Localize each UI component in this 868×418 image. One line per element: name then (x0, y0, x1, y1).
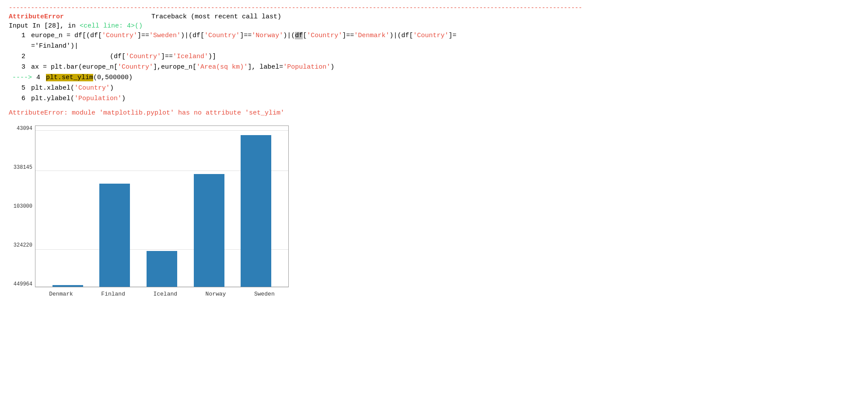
line-num-2: 2 (12, 52, 25, 62)
code-text: europe_n = df[(df[ (31, 32, 102, 39)
bars-area (35, 126, 288, 287)
y-axis-labels: 449964 324220 103000 338145 43094 (9, 125, 34, 287)
cell-ref: <cell line: 4>() (80, 22, 143, 30)
y-label-min: 43094 (17, 125, 32, 132)
error-divider: ----------------------------------------… (9, 4, 859, 11)
code-line-4: ----> 4 plt.set_ylim(0,500000) (12, 73, 859, 83)
traceback-header: AttributeError Traceback (most recent ca… (9, 13, 859, 21)
error-title: AttributeError (9, 13, 64, 21)
code-line-2: 2 (df['Country']=='Iceland')] (12, 52, 859, 62)
code-line-3: 3 ax = plt.bar(europe_n['Country'],europ… (12, 62, 859, 73)
bar-iceland (147, 251, 177, 287)
code-line-5: 5 plt.xlabel('Country') (12, 83, 859, 94)
code-line-1-cont: ='Finland')| (12, 41, 859, 52)
string-country: 'Country' (102, 32, 137, 39)
arrow-indicator: ----> (12, 74, 36, 81)
x-label-norway: Norway (206, 291, 226, 297)
chart-container: 449964 324220 103000 338145 43094 Denmar… (9, 125, 289, 309)
y-label-max: 449964 (14, 281, 32, 287)
line-num-1: 1 (12, 31, 25, 41)
input-label: Input In [28], in (9, 22, 80, 30)
x-label-finland: Finland (101, 291, 125, 297)
line-num-4: 4 (36, 73, 40, 83)
line-num-cont (12, 41, 25, 52)
line-num-5: 5 (12, 83, 25, 94)
input-line: Input In [28], in <cell line: 4>() (9, 22, 859, 30)
code-block: 1 europe_n = df[(df['Country']=='Sweden'… (12, 31, 859, 104)
error-message: AttributeError: module 'matplotlib.pyplo… (9, 109, 859, 117)
code-line-1: 1 europe_n = df[(df['Country']=='Sweden'… (12, 31, 859, 41)
y-label-2: 338145 (14, 164, 32, 171)
y-label-4: 324220 (14, 242, 32, 248)
code-line-6: 6 plt.ylabel('Population') (12, 94, 859, 104)
x-axis-labels: Denmark Finland Iceland Norway Sweden (35, 288, 289, 309)
bar-norway (194, 174, 224, 287)
x-label-iceland: Iceland (153, 291, 177, 297)
x-label-sweden: Sweden (254, 291, 275, 297)
line-num-3: 3 (12, 62, 25, 73)
line-num-6: 6 (12, 94, 25, 104)
x-label-denmark: Denmark (49, 291, 73, 297)
y-label-3: 103000 (14, 203, 32, 209)
bar-finland (99, 184, 130, 287)
highlight-set-ylim: plt.set_ylim (46, 74, 93, 81)
bar-denmark (52, 285, 83, 287)
chart-plot-area (35, 125, 289, 287)
traceback-label: Traceback (most recent call last) (151, 13, 281, 21)
bar-sweden (241, 135, 271, 287)
